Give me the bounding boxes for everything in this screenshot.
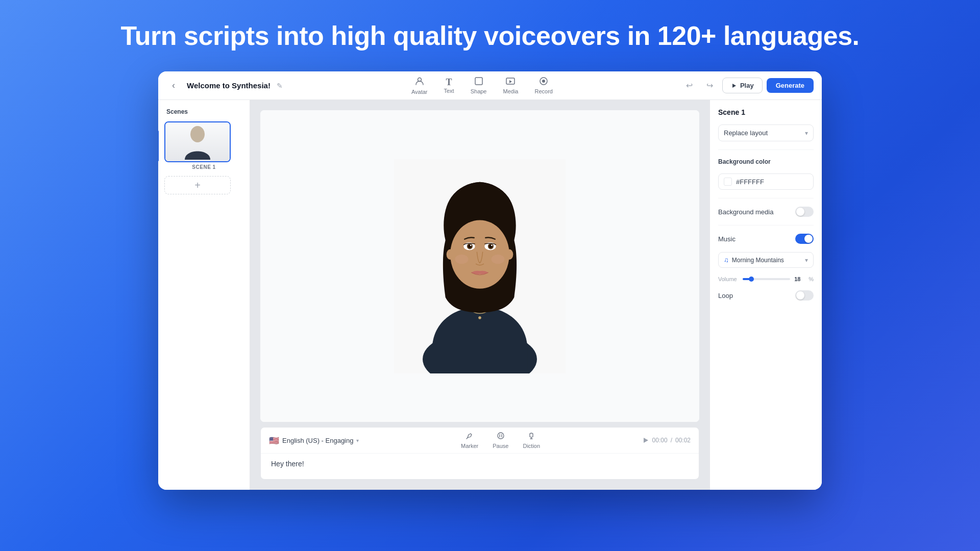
- layout-chevron: ▾: [805, 130, 808, 137]
- divider-2: [718, 198, 814, 198]
- svg-point-6: [190, 126, 205, 142]
- music-toggle-row: Music: [718, 234, 814, 244]
- volume-value: 18: [794, 276, 804, 282]
- media-tool-icon: [506, 77, 515, 87]
- text-label: Text: [444, 88, 454, 94]
- bg-media-toggle[interactable]: [795, 207, 814, 217]
- color-field[interactable]: #FFFFFF: [718, 173, 814, 190]
- right-panel: Scene 1 Replace layout ▾ Background colo…: [709, 100, 822, 490]
- layout-label: Replace layout: [724, 129, 768, 137]
- scene-thumb-inner: [165, 122, 230, 161]
- loop-label: Loop: [718, 292, 733, 299]
- svg-point-12: [450, 220, 509, 288]
- time-display: 00:00 / 00:02: [642, 437, 691, 444]
- avatar-label: Avatar: [411, 89, 428, 95]
- pause-tool[interactable]: Pause: [493, 432, 508, 449]
- toolbar-item-avatar[interactable]: Avatar: [411, 76, 428, 95]
- redo-button[interactable]: ↪: [702, 78, 718, 94]
- svg-point-23: [447, 249, 454, 260]
- scene-1-thumb[interactable]: [164, 121, 231, 162]
- bg-media-toggle-row: Background media: [718, 207, 814, 217]
- time-current: 00:00: [652, 437, 668, 444]
- volume-thumb: [749, 277, 754, 282]
- script-tools: Marker Pause: [371, 432, 629, 449]
- play-small-icon: [642, 437, 649, 444]
- music-chevron: ▾: [805, 257, 808, 264]
- language-selector[interactable]: 🇺🇸 English (US) - Engaging ▾: [269, 436, 359, 445]
- music-note-icon: ♫: [724, 256, 729, 264]
- pause-label: Pause: [493, 443, 508, 449]
- lang-chevron: ▾: [356, 438, 359, 443]
- music-track-name: Morning Mountains: [732, 257, 784, 264]
- loop-toggle-row: Loop: [718, 290, 814, 300]
- avatar-svg: [388, 159, 572, 373]
- sidebar: Scenes SCENE 1 +: [158, 100, 250, 490]
- undo-button[interactable]: ↩: [681, 78, 698, 94]
- diction-label: Diction: [523, 443, 540, 449]
- bg-media-label: Background media: [718, 208, 773, 216]
- music-name: ♫ Morning Mountains: [724, 256, 784, 264]
- generate-button[interactable]: Generate: [767, 78, 814, 93]
- scene-indicator: [158, 131, 159, 161]
- script-panel: 🇺🇸 English (US) - Engaging ▾: [260, 427, 699, 480]
- music-selector[interactable]: ♫ Morning Mountains ▾: [718, 252, 814, 268]
- scene-avatar-preview: [182, 124, 213, 160]
- diction-tool[interactable]: Diction: [523, 432, 540, 449]
- volume-unit: %: [808, 276, 814, 282]
- svg-point-24: [505, 249, 513, 260]
- top-bar: ‹ Welcome to Synthesia! ✎ Avatar T Text: [158, 71, 822, 100]
- toolbar-item-text[interactable]: T Text: [444, 78, 454, 94]
- script-toolbar: 🇺🇸 English (US) - Engaging ▾: [261, 428, 699, 454]
- diction-icon: [527, 432, 535, 442]
- play-button[interactable]: Play: [722, 78, 763, 93]
- edit-icon[interactable]: ✎: [277, 82, 283, 90]
- marker-icon: [465, 432, 474, 442]
- script-text[interactable]: Hey there!: [261, 454, 699, 479]
- avatar-display: [260, 110, 699, 422]
- bg-color-label: Background color: [718, 158, 814, 165]
- hero-title: Turn scripts into high quality voiceover…: [120, 20, 859, 51]
- time-separator: /: [671, 437, 672, 444]
- music-toggle[interactable]: [795, 234, 814, 244]
- divider-3: [718, 225, 814, 226]
- svg-point-20: [491, 244, 493, 246]
- svg-point-21: [455, 254, 468, 264]
- project-title: Welcome to Synthesia!: [187, 81, 271, 90]
- add-scene-button[interactable]: +: [164, 176, 231, 194]
- right-panel-title: Scene 1: [718, 108, 814, 116]
- flag-icon: 🇺🇸: [269, 436, 279, 445]
- marker-tool[interactable]: Marker: [461, 432, 478, 449]
- loop-toggle[interactable]: [795, 290, 814, 300]
- time-total: 00:02: [675, 437, 691, 444]
- shape-label: Shape: [471, 88, 487, 94]
- volume-row: Volume 18 %: [718, 276, 814, 282]
- shape-tool-icon: [474, 77, 483, 87]
- svg-point-10: [478, 316, 481, 319]
- scene-name: SCENE 1: [164, 164, 243, 170]
- color-hex: #FFFFFF: [736, 178, 764, 186]
- back-button[interactable]: ‹: [166, 79, 181, 93]
- language-label: English (US) - Engaging: [282, 437, 353, 444]
- text-tool-icon: T: [446, 78, 452, 87]
- layout-selector[interactable]: Replace layout ▾: [718, 124, 814, 141]
- svg-point-19: [470, 244, 472, 246]
- toolbar-center: Avatar T Text Shape: [289, 76, 675, 95]
- media-label: Media: [503, 88, 518, 94]
- toolbar-item-shape[interactable]: Shape: [471, 77, 487, 94]
- toolbar-item-record[interactable]: Record: [534, 77, 552, 94]
- record-tool-icon: [539, 77, 548, 87]
- toolbar-item-media[interactable]: Media: [503, 77, 518, 94]
- app-window: ‹ Welcome to Synthesia! ✎ Avatar T Text: [158, 71, 822, 490]
- scenes-label: Scenes: [164, 108, 243, 115]
- svg-point-25: [498, 433, 504, 439]
- play-icon: [731, 83, 737, 89]
- divider-1: [718, 149, 814, 150]
- canvas-area: 🇺🇸 English (US) - Engaging ▾: [250, 100, 709, 490]
- toolbar-right: ↩ ↪ Play Generate: [681, 78, 814, 94]
- main-area: Scenes SCENE 1 +: [158, 100, 822, 490]
- volume-label: Volume: [718, 276, 739, 282]
- volume-slider[interactable]: [743, 278, 790, 280]
- canvas-container[interactable]: [260, 110, 699, 422]
- record-label: Record: [534, 88, 552, 94]
- svg-point-5: [542, 80, 545, 83]
